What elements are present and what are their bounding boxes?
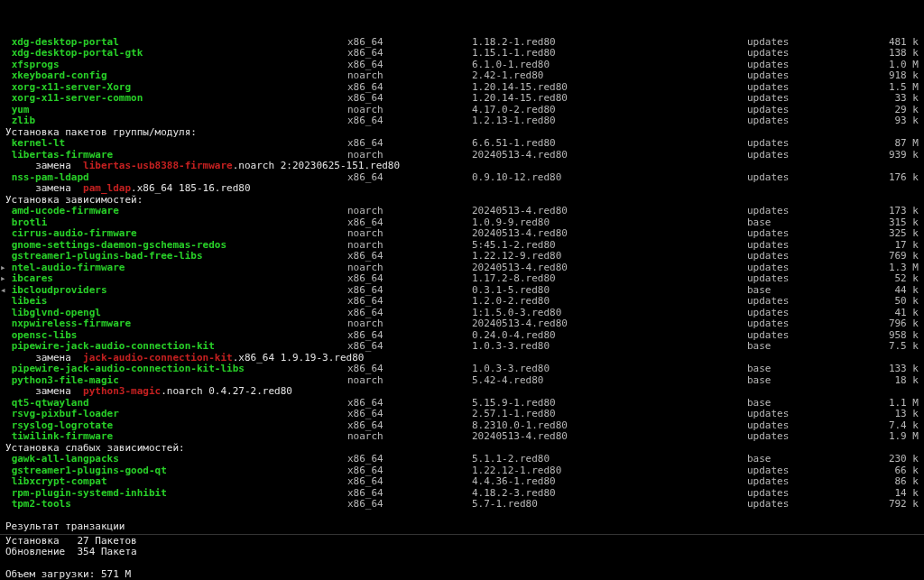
version: 2.42-1.red80: [472, 70, 543, 82]
repo: updates: [747, 138, 789, 150]
repo: updates: [747, 172, 789, 184]
replaced-package: python3-magic: [83, 385, 161, 397]
repo: updates: [747, 70, 789, 82]
size: 176 k: [889, 172, 919, 184]
arch: x86_64: [347, 476, 383, 488]
version: 1.17.2-8.red80: [472, 273, 556, 285]
arch: noarch: [347, 70, 383, 82]
repo: updates: [747, 251, 789, 262]
version: 1.0.3-3.red80: [472, 341, 550, 353]
arch: x86_64: [347, 499, 383, 511]
arch: noarch: [347, 431, 383, 443]
arch: x86_64: [347, 273, 383, 285]
arch: x86_64: [347, 296, 383, 308]
size: 133 k: [889, 364, 919, 375]
version: 20240513-4.red80: [472, 150, 568, 161]
repo: base: [747, 454, 772, 465]
repo: base: [747, 364, 772, 375]
version: 1.2.13-1.red80: [472, 115, 556, 127]
version: 20240513-4.red80: [472, 206, 568, 217]
size: 325 k: [889, 228, 919, 240]
package-name: tpm2-tools: [5, 499, 71, 511]
version: 20240513-4.red80: [472, 228, 568, 240]
size: 173 k: [889, 206, 919, 217]
version: 6.6.51-1.red80: [472, 138, 556, 150]
repo: updates: [747, 409, 789, 420]
arch: x86_64: [347, 115, 383, 127]
size: 13 k: [895, 409, 919, 420]
arch: x86_64: [347, 48, 383, 60]
version: 1.0.3-3.red80: [472, 364, 550, 375]
arch: noarch: [347, 228, 383, 240]
replaced-package: jack-audio-connection-kit: [83, 352, 233, 364]
size: 87 M: [895, 138, 919, 150]
repo: updates: [747, 48, 789, 60]
version: 0.9.10-12.red80: [472, 172, 561, 184]
size: 7.5 k: [889, 341, 919, 353]
version: 5.42-4.red80: [472, 375, 543, 387]
version: 1.15.1-1.red80: [472, 48, 556, 60]
repo: updates: [747, 93, 789, 105]
size: 1.9 M: [889, 431, 919, 443]
version: 1.22.12-9.red80: [472, 251, 561, 262]
size: 918 k: [889, 70, 919, 82]
arch: x86_64: [347, 409, 383, 420]
package-name: zlib: [5, 115, 35, 127]
version: 20240513-4.red80: [472, 318, 568, 330]
download-size: Объем загрузки: 571 M: [5, 569, 131, 580]
repo: updates: [747, 273, 789, 285]
update-summary: Обновление 354 Пакета: [5, 547, 137, 558]
size: 50 k: [895, 296, 919, 308]
version: 1.20.14-15.red80: [472, 93, 568, 105]
replaced-package: libertas-usb8388-firmware: [83, 160, 233, 171]
version: 5.7-1.red80: [472, 499, 538, 511]
version: 1.2.0-2.red80: [472, 296, 550, 308]
repo: updates: [747, 150, 789, 161]
repo: updates: [747, 228, 789, 240]
arch: noarch: [347, 375, 383, 387]
repo: updates: [747, 296, 789, 308]
size: 796 k: [889, 318, 919, 330]
size: 138 k: [889, 48, 919, 60]
arch: x86_64: [347, 172, 383, 184]
size: 52 k: [895, 273, 919, 285]
size: 230 k: [889, 454, 919, 465]
version: 5.1.1-2.red80: [472, 454, 550, 465]
arch: x86_64: [347, 138, 383, 150]
size: 93 k: [895, 115, 919, 127]
replaced-package: pam_ldap: [83, 182, 131, 194]
arch: x86_64: [347, 93, 383, 105]
repo: updates: [747, 115, 789, 127]
version: 20240513-4.red80: [472, 431, 568, 443]
package-name: tiwilink-firmware: [5, 431, 113, 443]
separator: [0, 534, 924, 535]
replacing-line: замена pam_ldap.x86_64 185-16.red80: [5, 183, 251, 195]
arch: x86_64: [347, 364, 383, 375]
arch: x86_64: [347, 454, 383, 465]
arch: noarch: [347, 206, 383, 217]
version: 4.4.36-1.red80: [472, 476, 556, 488]
repo: updates: [747, 318, 789, 330]
repo: base: [747, 375, 772, 387]
repo: updates: [747, 499, 789, 511]
size: 33 k: [895, 93, 919, 105]
repo: base: [747, 341, 772, 353]
repo: updates: [747, 206, 789, 217]
size: 939 k: [889, 150, 919, 161]
version: 2.57.1-1.red80: [472, 409, 556, 420]
size: 18 k: [895, 375, 919, 387]
transaction-result: Результат транзакции: [5, 521, 125, 533]
arch: x86_64: [347, 251, 383, 262]
size: 769 k: [889, 251, 919, 262]
arch: noarch: [347, 318, 383, 330]
repo: updates: [747, 476, 789, 488]
size: 792 k: [889, 499, 919, 511]
repo: updates: [747, 431, 789, 443]
size: 86 k: [895, 476, 919, 488]
